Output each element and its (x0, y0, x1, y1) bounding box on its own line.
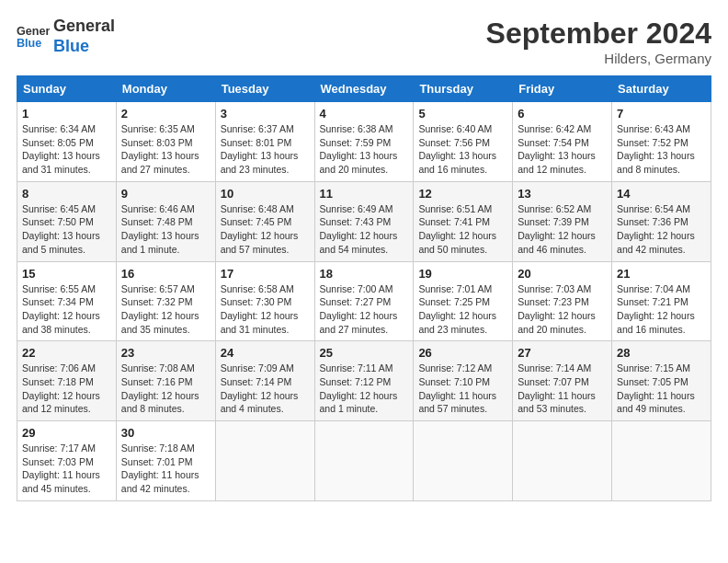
calendar-cell: 21Sunrise: 7:04 AMSunset: 7:21 PMDayligh… (612, 261, 711, 341)
day-info: Sunrise: 7:06 AMSunset: 7:18 PMDaylight:… (22, 362, 111, 416)
day-number: 12 (418, 187, 507, 201)
day-number: 19 (418, 267, 507, 281)
week-row-2: 8Sunrise: 6:45 AMSunset: 7:50 PMDaylight… (17, 181, 711, 261)
day-number: 3 (221, 107, 310, 121)
day-number: 14 (617, 187, 706, 201)
calendar-cell: 25Sunrise: 7:11 AMSunset: 7:12 PMDayligh… (314, 341, 414, 421)
day-info: Sunrise: 7:03 AMSunset: 7:23 PMDaylight:… (518, 282, 607, 337)
day-info: Sunrise: 6:57 AMSunset: 7:32 PMDaylight:… (121, 282, 210, 337)
calendar-cell: 17Sunrise: 6:58 AMSunset: 7:30 PMDayligh… (215, 261, 314, 341)
title-block: September 2024 Hilders, Germany (486, 17, 711, 66)
day-info: Sunrise: 6:55 AMSunset: 7:34 PMDaylight:… (22, 282, 111, 337)
weekday-thursday: Thursday (414, 76, 513, 102)
day-number: 30 (121, 426, 210, 440)
calendar-cell: 14Sunrise: 6:54 AMSunset: 7:36 PMDayligh… (612, 181, 711, 261)
day-info: Sunrise: 6:35 AMSunset: 8:03 PMDaylight:… (121, 122, 210, 177)
day-number: 10 (221, 187, 310, 201)
day-info: Sunrise: 7:08 AMSunset: 7:16 PMDaylight:… (121, 362, 210, 416)
day-number: 4 (320, 107, 409, 121)
day-number: 5 (418, 107, 507, 121)
logo: General Blue General Blue (17, 17, 115, 56)
day-number: 23 (121, 346, 210, 360)
calendar-cell: 6Sunrise: 6:42 AMSunset: 7:54 PMDaylight… (513, 102, 612, 182)
day-number: 29 (22, 426, 111, 440)
day-number: 7 (617, 107, 706, 121)
weekday-saturday: Saturday (612, 76, 711, 102)
calendar-cell: 30Sunrise: 7:18 AMSunset: 7:01 PMDayligh… (116, 421, 215, 501)
header: General Blue General Blue September 2024… (17, 17, 711, 66)
day-number: 9 (121, 187, 210, 201)
calendar-cell: 15Sunrise: 6:55 AMSunset: 7:34 PMDayligh… (17, 261, 117, 341)
page: General Blue General Blue September 2024… (0, 0, 728, 511)
day-info: Sunrise: 7:01 AMSunset: 7:25 PMDaylight:… (418, 282, 507, 337)
day-number: 8 (22, 187, 111, 201)
calendar-cell: 8Sunrise: 6:45 AMSunset: 7:50 PMDaylight… (17, 181, 117, 261)
weekday-header: SundayMondayTuesdayWednesdayThursdayFrid… (17, 76, 711, 102)
calendar-cell: 3Sunrise: 6:37 AMSunset: 8:01 PMDaylight… (215, 102, 314, 182)
location: Hilders, Germany (486, 51, 711, 66)
calendar-cell: 12Sunrise: 6:51 AMSunset: 7:41 PMDayligh… (414, 181, 513, 261)
day-info: Sunrise: 6:34 AMSunset: 8:05 PMDaylight:… (22, 122, 111, 177)
calendar-cell: 24Sunrise: 7:09 AMSunset: 7:14 PMDayligh… (215, 341, 314, 421)
weekday-friday: Friday (513, 76, 612, 102)
calendar-cell: 29Sunrise: 7:17 AMSunset: 7:03 PMDayligh… (17, 421, 117, 501)
day-number: 20 (518, 267, 607, 281)
day-info: Sunrise: 7:15 AMSunset: 7:05 PMDaylight:… (617, 362, 706, 416)
day-number: 11 (320, 187, 409, 201)
day-info: Sunrise: 6:46 AMSunset: 7:48 PMDaylight:… (121, 202, 210, 257)
calendar-cell (215, 421, 314, 501)
week-row-3: 15Sunrise: 6:55 AMSunset: 7:34 PMDayligh… (17, 261, 711, 341)
day-info: Sunrise: 7:14 AMSunset: 7:07 PMDaylight:… (518, 362, 607, 416)
logo-icon: General Blue (17, 20, 50, 53)
calendar-cell: 27Sunrise: 7:14 AMSunset: 7:07 PMDayligh… (513, 341, 612, 421)
day-info: Sunrise: 7:12 AMSunset: 7:10 PMDaylight:… (418, 362, 507, 416)
weekday-wednesday: Wednesday (314, 76, 414, 102)
calendar-cell: 9Sunrise: 6:46 AMSunset: 7:48 PMDaylight… (116, 181, 215, 261)
week-row-1: 1Sunrise: 6:34 AMSunset: 8:05 PMDaylight… (17, 102, 711, 182)
calendar-cell (513, 421, 612, 501)
day-number: 13 (518, 187, 607, 201)
day-number: 26 (418, 346, 507, 360)
weekday-sunday: Sunday (17, 76, 117, 102)
day-number: 17 (221, 267, 310, 281)
calendar-table: SundayMondayTuesdayWednesdayThursdayFrid… (17, 75, 711, 501)
calendar-cell: 13Sunrise: 6:52 AMSunset: 7:39 PMDayligh… (513, 181, 612, 261)
day-info: Sunrise: 6:43 AMSunset: 7:52 PMDaylight:… (617, 122, 706, 177)
calendar-cell (314, 421, 414, 501)
day-info: Sunrise: 6:54 AMSunset: 7:36 PMDaylight:… (617, 202, 706, 257)
calendar-cell: 23Sunrise: 7:08 AMSunset: 7:16 PMDayligh… (116, 341, 215, 421)
day-info: Sunrise: 6:42 AMSunset: 7:54 PMDaylight:… (518, 122, 607, 177)
weekday-tuesday: Tuesday (215, 76, 314, 102)
weekday-monday: Monday (116, 76, 215, 102)
day-info: Sunrise: 7:11 AMSunset: 7:12 PMDaylight:… (320, 362, 409, 416)
calendar-cell: 2Sunrise: 6:35 AMSunset: 8:03 PMDaylight… (116, 102, 215, 182)
calendar-cell: 1Sunrise: 6:34 AMSunset: 8:05 PMDaylight… (17, 102, 117, 182)
day-info: Sunrise: 7:17 AMSunset: 7:03 PMDaylight:… (22, 442, 111, 496)
day-info: Sunrise: 7:00 AMSunset: 7:27 PMDaylight:… (320, 282, 409, 337)
calendar-cell: 28Sunrise: 7:15 AMSunset: 7:05 PMDayligh… (612, 341, 711, 421)
calendar-cell: 26Sunrise: 7:12 AMSunset: 7:10 PMDayligh… (414, 341, 513, 421)
week-row-4: 22Sunrise: 7:06 AMSunset: 7:18 PMDayligh… (17, 341, 711, 421)
day-number: 16 (121, 267, 210, 281)
day-info: Sunrise: 7:09 AMSunset: 7:14 PMDaylight:… (221, 362, 310, 416)
calendar-cell: 10Sunrise: 6:48 AMSunset: 7:45 PMDayligh… (215, 181, 314, 261)
day-number: 15 (22, 267, 111, 281)
calendar-cell: 20Sunrise: 7:03 AMSunset: 7:23 PMDayligh… (513, 261, 612, 341)
calendar-cell: 7Sunrise: 6:43 AMSunset: 7:52 PMDaylight… (612, 102, 711, 182)
day-info: Sunrise: 6:49 AMSunset: 7:43 PMDaylight:… (320, 202, 409, 257)
calendar-cell (414, 421, 513, 501)
day-number: 6 (518, 107, 607, 121)
day-number: 1 (22, 107, 111, 121)
calendar-cell: 5Sunrise: 6:40 AMSunset: 7:56 PMDaylight… (414, 102, 513, 182)
day-number: 21 (617, 267, 706, 281)
day-number: 2 (121, 107, 210, 121)
day-info: Sunrise: 6:40 AMSunset: 7:56 PMDaylight:… (418, 122, 507, 177)
day-info: Sunrise: 7:18 AMSunset: 7:01 PMDaylight:… (121, 442, 210, 496)
logo-line1: General (53, 17, 115, 37)
day-number: 28 (617, 346, 706, 360)
day-number: 24 (221, 346, 310, 360)
day-number: 25 (320, 346, 409, 360)
calendar-cell (612, 421, 711, 501)
day-info: Sunrise: 6:48 AMSunset: 7:45 PMDaylight:… (221, 202, 310, 257)
day-info: Sunrise: 6:37 AMSunset: 8:01 PMDaylight:… (221, 122, 310, 177)
